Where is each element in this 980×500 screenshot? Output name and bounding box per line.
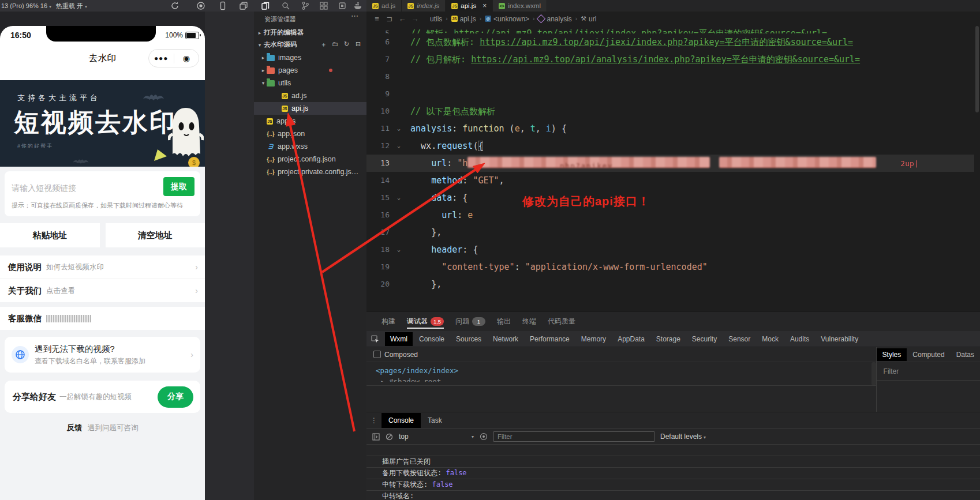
devtools-tab-appdata[interactable]: AppData xyxy=(612,332,650,346)
code-line-13[interactable]: 13 url: "hphp?apikey2up| xyxy=(366,155,980,172)
project-root-section[interactable]: ▾ 去水印源码 ＋ 🗀 ↻ ⊟ xyxy=(254,39,366,51)
panel-tab-调试器[interactable]: 调试器1,5 xyxy=(407,312,444,331)
service-wechat-row[interactable]: 客服微信 xyxy=(0,307,205,330)
code-line-5[interactable]: 5// 解析: https://api.mz9.top/api/jiexi/in… xyxy=(366,26,980,33)
forward-icon[interactable]: → xyxy=(410,14,420,23)
paste-button[interactable]: 粘贴地址 xyxy=(0,223,100,247)
devtools-tab-network[interactable]: Network xyxy=(488,332,523,346)
tree-scrollbar[interactable] xyxy=(871,362,876,385)
context-select[interactable]: top▾ xyxy=(399,433,474,441)
file-tree-item-app-wxss[interactable]: ᗱapp.wxss xyxy=(254,140,366,153)
phone-preview-icon[interactable] xyxy=(218,1,227,10)
devtools-tab-storage[interactable]: Storage xyxy=(651,332,686,346)
shadow-root-node[interactable]: ▸ #shadow-root xyxy=(366,375,876,382)
collapse-all-icon[interactable]: ⊟ xyxy=(354,40,362,49)
code-line-14[interactable]: 14 method: "GET", xyxy=(366,172,980,189)
console-tab-console[interactable]: Console xyxy=(381,413,421,428)
panel-tab-构建[interactable]: 构建 xyxy=(381,312,395,331)
breadcrumb-segment[interactable]: @<unknown> xyxy=(485,15,529,23)
breadcrumb-segment[interactable]: analysis xyxy=(538,15,571,23)
editor-scrollbar[interactable] xyxy=(974,26,980,311)
multi-window-icon[interactable] xyxy=(239,1,248,10)
devtools-tab-mock[interactable]: Mock xyxy=(757,332,784,346)
outline-icon[interactable]: ≡ xyxy=(372,14,381,23)
file-tree-item-utils[interactable]: ▾utils xyxy=(254,77,366,89)
console-filter-input[interactable] xyxy=(493,431,654,442)
console-row-plain[interactable]: 中转域名: xyxy=(366,491,980,500)
compile-refresh-icon[interactable] xyxy=(170,1,179,10)
console-row-plain[interactable]: 备用下载按钮状态: false xyxy=(366,468,980,479)
log-levels-select[interactable]: Default levels▾ xyxy=(660,433,706,441)
bookmark-icon[interactable]: ⊐ xyxy=(385,14,394,23)
devtools-tab-security[interactable]: Security xyxy=(687,332,722,346)
styles-tab-datas[interactable]: Datas xyxy=(951,348,980,361)
clear-console-icon[interactable] xyxy=(386,433,393,441)
editor-tab-index-js[interactable]: JSindex.js xyxy=(402,0,446,12)
layout-grid-icon[interactable] xyxy=(319,1,328,10)
file-tree-item-api-js[interactable]: JSapi.js xyxy=(254,102,366,115)
eye-icon[interactable] xyxy=(480,433,488,441)
styles-tab-computed[interactable]: Computed xyxy=(907,348,950,361)
code-line-7[interactable]: 7// 包月解析: https://api.mz9.top/api/analys… xyxy=(366,51,980,68)
back-icon[interactable]: ← xyxy=(398,14,407,23)
code-line-10[interactable]: 10// 以下是包点数解析 xyxy=(366,103,980,120)
close-minimize-icon[interactable]: ◉ xyxy=(174,54,199,63)
inspect-element-icon[interactable] xyxy=(366,335,384,343)
git-branch-icon[interactable] xyxy=(301,1,310,10)
code-line-9[interactable]: 9 xyxy=(366,85,980,103)
breadcrumb-segment[interactable]: JSapi.js xyxy=(451,15,476,23)
code-line-15[interactable]: 15⌄ data: { xyxy=(366,189,980,206)
close-icon[interactable]: × xyxy=(482,2,487,10)
code-line-18[interactable]: 18⌄ header: { xyxy=(366,241,980,258)
editor-tab-api-js[interactable]: JSapi.js× xyxy=(446,0,493,12)
panel-tab-问题[interactable]: 问题1 xyxy=(455,312,485,331)
devtools-tab-console[interactable]: Console xyxy=(414,332,450,346)
devtools-tab-vulnerability[interactable]: Vulnerability xyxy=(816,332,863,346)
code-line-8[interactable]: 8 xyxy=(366,68,980,85)
console-tab-task[interactable]: Task xyxy=(421,413,449,428)
help-card[interactable]: 遇到无法下载的视频? 查看下载域名白名单，联系客服添加 › xyxy=(5,337,200,373)
breadcrumb-segment[interactable]: utils xyxy=(430,15,442,23)
breadcrumb-segment[interactable]: ⚒url xyxy=(581,15,596,23)
wxml-root-node[interactable]: <pages/index/index> xyxy=(366,362,876,375)
code-line-12[interactable]: 12⌄ wx.request({ xyxy=(366,137,980,155)
file-tree-item-ad-js[interactable]: JSad.js xyxy=(254,89,366,102)
devtools-tab-audits[interactable]: Audits xyxy=(785,332,814,346)
code-line-16[interactable]: 16 url: e xyxy=(366,206,980,224)
wechat-capsule[interactable]: ●●● ◉ xyxy=(148,49,199,67)
file-tree-item-app-js[interactable]: JSapp.js xyxy=(254,115,366,127)
video-link-input[interactable] xyxy=(10,177,160,199)
file-tree-item-pages[interactable]: ▸pages xyxy=(254,64,366,77)
code-line-11[interactable]: 11⌄analysis: function (e, t, i) { xyxy=(366,120,980,137)
device-selector[interactable]: 13 (Pro) 96% 16▾ xyxy=(1,0,51,12)
code-line-19[interactable]: 19 "content-type": "application/x-www-fo… xyxy=(366,258,980,276)
devtools-tab-performance[interactable]: Performance xyxy=(525,332,575,346)
console-row-clip[interactable] xyxy=(366,445,980,456)
about-us-row[interactable]: 关于我们 点击查看 › xyxy=(0,279,205,302)
file-tree-item-app-json[interactable]: {..}app.json xyxy=(254,127,366,140)
search-icon[interactable] xyxy=(281,1,290,10)
feedback-row[interactable]: 反馈 遇到问题可咨询 xyxy=(0,422,205,433)
stop-record-icon[interactable] xyxy=(196,1,205,10)
new-file-icon[interactable]: ＋ xyxy=(320,40,327,49)
code-line-20[interactable]: 20 }, xyxy=(366,276,980,293)
refresh-icon[interactable]: ↻ xyxy=(343,40,350,49)
explorer-more-icon[interactable]: ⋯ xyxy=(351,12,358,20)
panel-tab-输出[interactable]: 输出 xyxy=(497,312,511,331)
file-tree-item-project-config-json[interactable]: {..}project.config.json xyxy=(254,153,366,166)
console-row-plain[interactable]: 中转下载状态: false xyxy=(366,479,980,491)
file-tree-item-images[interactable]: ▸images xyxy=(254,51,366,64)
devtools-tab-sensor[interactable]: Sensor xyxy=(723,332,755,346)
clear-button[interactable]: 清空地址 xyxy=(106,223,205,247)
extract-button[interactable]: 提取 xyxy=(163,177,194,196)
file-tree-item-project-private-config-js-[interactable]: {..}project.private.config.js… xyxy=(254,166,366,178)
share-button[interactable]: 分享 xyxy=(158,386,193,408)
console-row-plain[interactable]: 插屏广告已关闭 xyxy=(366,456,980,468)
editor-tab-index-wxml[interactable]: <>index.wxml xyxy=(493,0,547,12)
usage-guide-row[interactable]: 使用说明 如何去短视频水印 › xyxy=(0,255,205,279)
docker-whale-icon[interactable] xyxy=(353,1,362,10)
code-line-17[interactable]: 17 }, xyxy=(366,224,980,241)
panel-tab-终端[interactable]: 终端 xyxy=(522,312,536,331)
panel-tab-代码质量[interactable]: 代码质量 xyxy=(548,312,575,331)
open-editors-section[interactable]: ▸ 打开的编辑器 xyxy=(254,27,366,39)
